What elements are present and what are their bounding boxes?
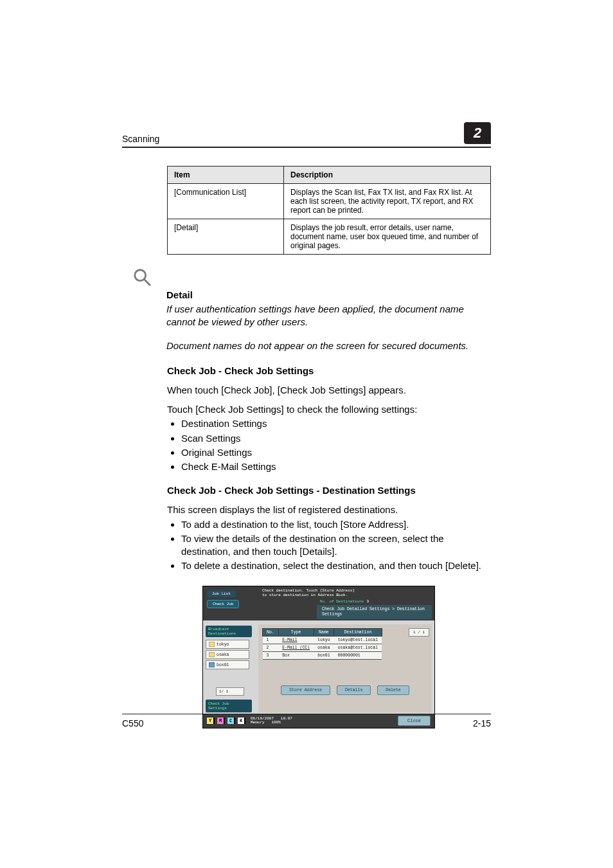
- list-item: Scan Settings: [181, 432, 491, 445]
- table-row: [Communication List] Displays the Scan l…: [168, 184, 491, 219]
- device-screenshot: Job List Check Job Check destination. To…: [202, 586, 435, 729]
- page-indicator-left: 1/ 1: [216, 687, 244, 696]
- th-dest: Destination: [334, 629, 382, 637]
- group-item-label: box01: [217, 663, 229, 667]
- bullet-list: To add a destination to the list, touch …: [167, 518, 491, 573]
- footer-page-number: 2-15: [473, 718, 491, 728]
- dest-count-value: 3: [364, 599, 369, 604]
- table-row[interactable]: 3 Box box01 000000001: [263, 652, 382, 660]
- bullet-list: Destination Settings Scan Settings Origi…: [167, 417, 491, 473]
- th-type: Type: [278, 629, 314, 637]
- details-button[interactable]: Details: [337, 685, 371, 695]
- detail-heading: Detail: [166, 289, 491, 300]
- group-item-label: osaka: [217, 653, 229, 657]
- td-name: tokyo: [314, 637, 334, 644]
- tab-check-job[interactable]: Check Job: [207, 600, 239, 608]
- td-dest: tokyo@test.local: [334, 637, 382, 644]
- page-indicator-right: 1 / 1: [409, 628, 429, 637]
- breadcrumb: Check Job Detailed Settings > Destinatio…: [317, 605, 432, 619]
- check-job-settings-button[interactable]: Check Job Settings: [206, 700, 252, 712]
- td-name: box01: [314, 652, 334, 660]
- detail-paragraph: Document names do not appear on the scre…: [166, 339, 491, 352]
- td-item: [Communication List]: [168, 184, 284, 219]
- detail-paragraph: If user authentication settings have bee…: [166, 303, 491, 329]
- svg-line-1: [145, 280, 150, 285]
- header-rule: [122, 147, 491, 148]
- list-item: To delete a destination, select the dest…: [181, 559, 491, 572]
- td-name: osaka: [314, 644, 334, 652]
- th-no: No.: [263, 629, 279, 637]
- list-item: Destination Settings: [181, 417, 491, 430]
- td-no: 1: [263, 637, 279, 644]
- td-no: 2: [263, 644, 279, 652]
- list-item: Original Settings: [181, 446, 491, 459]
- td-item: [Detail]: [168, 219, 284, 255]
- th-description: Description: [284, 167, 491, 184]
- prompt-line: to store destination in Address Book.: [262, 593, 432, 598]
- header-section-label: Scanning: [122, 134, 159, 144]
- td-no: 3: [263, 652, 279, 660]
- table-row[interactable]: 2 E-Mail (CC) osaka osaka@test.local: [263, 644, 382, 652]
- tab-job-list[interactable]: Job List: [207, 590, 236, 597]
- paragraph: This screen displays the list of registe…: [167, 503, 491, 516]
- paragraph: Touch [Check Job Settings] to check the …: [167, 403, 491, 416]
- footer-model: C550: [122, 718, 143, 728]
- td-type: Box: [278, 652, 314, 660]
- group-item-label: tokyo: [217, 642, 229, 647]
- list-item: To add a destination to the list, touch …: [181, 518, 491, 531]
- list-item: Check E-Mail Settings: [181, 460, 491, 473]
- mail-icon: [209, 652, 215, 657]
- delete-button[interactable]: Delete: [377, 685, 409, 695]
- prompt-line: Check destination. Touch [Store Address]: [262, 588, 432, 593]
- chapter-badge: 2: [464, 122, 491, 144]
- destination-table: No. Type Name Destination 1 E-Mail tokyo…: [262, 628, 382, 660]
- broadcast-destinations-button[interactable]: Broadcast Destinations: [206, 626, 252, 637]
- td-type: E-Mail: [278, 637, 314, 644]
- list-item[interactable]: box01: [206, 660, 249, 669]
- dest-count-label: No. of Destinations: [320, 599, 364, 604]
- list-item[interactable]: tokyo: [206, 640, 249, 649]
- table-row: [Detail] Displays the job result, error …: [168, 219, 491, 255]
- box-icon: [209, 662, 215, 667]
- td-desc: Displays the Scan list, Fax TX list, and…: [284, 184, 491, 219]
- info-table: Item Description [Communication List] Di…: [167, 166, 491, 255]
- magnifier-icon: [132, 267, 491, 289]
- subheading: Check Job - Check Job Settings - Destina…: [167, 485, 491, 496]
- table-row[interactable]: 1 E-Mail tokyo tokyo@test.local: [263, 637, 382, 644]
- th-item: Item: [168, 167, 284, 184]
- list-item: To view the details of the destination o…: [181, 532, 491, 559]
- td-dest: osaka@test.local: [334, 644, 382, 652]
- subheading: Check Job - Check Job Settings: [167, 365, 491, 376]
- td-type: E-Mail (CC): [278, 644, 314, 652]
- td-desc: Displays the job result, error details, …: [284, 219, 491, 255]
- list-item[interactable]: osaka: [206, 650, 249, 659]
- store-address-button[interactable]: Store Address: [281, 685, 330, 695]
- paragraph: When touch [Check Job], [Check Job Setti…: [167, 384, 491, 397]
- mail-icon: [209, 642, 215, 647]
- th-name: Name: [314, 629, 334, 637]
- td-dest: 000000001: [334, 652, 382, 660]
